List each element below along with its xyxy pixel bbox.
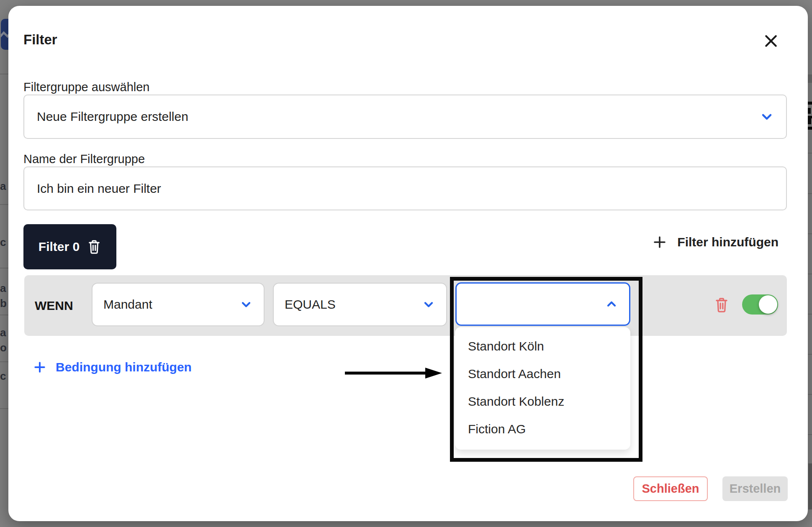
menu-item[interactable]: Standort Köln	[455, 333, 630, 360]
condition-prefix: WENN	[35, 275, 73, 336]
toggle-knob	[759, 295, 777, 314]
add-condition-button[interactable]: Bedingung hinzufügen	[33, 358, 192, 376]
delete-condition-button[interactable]	[712, 295, 731, 315]
occluded-text-fragment: ct	[0, 370, 6, 382]
operator-dropdown-value: EQUALS	[285, 284, 336, 325]
filter-group-select-label: Filtergruppe auswählen	[23, 80, 149, 94]
app-logo-fragment	[1, 19, 9, 50]
modal-title: Filter	[23, 32, 57, 48]
trash-icon	[714, 297, 729, 313]
menu-item[interactable]: Standort Aachen	[455, 360, 630, 388]
close-button[interactable]	[761, 31, 781, 51]
operator-dropdown[interactable]: EQUALS	[273, 283, 447, 326]
menu-item[interactable]: Fiction AG	[455, 415, 630, 443]
close-modal-button[interactable]: Schließen	[633, 476, 708, 501]
occluded-glyph-fragment	[808, 118, 811, 124]
condition-row: WENN Mandant EQUALS	[24, 275, 787, 336]
value-dropdown-menu: Standort Köln Standort Aachen Standort K…	[455, 327, 630, 450]
value-dropdown-open[interactable]	[455, 282, 630, 326]
occluded-text-fragment: a	[0, 180, 6, 192]
condition-enabled-toggle[interactable]	[742, 294, 778, 315]
filter-group-name-input[interactable]: Ich bin ein neuer Filter	[23, 166, 787, 210]
filter-group-select[interactable]: Neue Filtergruppe erstellen	[23, 95, 787, 139]
filter-group-name-label: Name der Filtergruppe	[23, 152, 145, 166]
filter-group-select-value: Neue Filtergruppe erstellen	[37, 95, 188, 138]
filter-tab-label: Filter 0	[39, 240, 80, 254]
filter-modal: Filter Filtergruppe auswählen Neue Filte…	[8, 6, 808, 521]
close-icon	[763, 33, 779, 49]
filter-tab-button[interactable]: Filter 0	[23, 224, 116, 269]
logo-mountain-icon	[1, 31, 9, 38]
plus-icon	[33, 361, 46, 374]
screen: a ct a b a o ct Filter Filtergruppe ausw…	[0, 0, 812, 527]
field-dropdown[interactable]: Mandant	[92, 283, 265, 326]
occluded-text-fragment: b	[0, 297, 6, 310]
add-filter-button[interactable]: Filter hinzufügen	[652, 232, 779, 253]
occluded-glyph-fragment	[808, 108, 811, 114]
chevron-down-icon	[239, 298, 253, 311]
annotation-arrow-icon	[343, 361, 444, 385]
filter-group-name-value: Ich bin ein neuer Filter	[37, 167, 161, 210]
plus-icon	[652, 235, 667, 250]
create-button[interactable]: Erstellen	[722, 476, 788, 501]
menu-item[interactable]: Standort Koblenz	[455, 388, 630, 415]
occluded-text-fragment: o	[0, 341, 6, 354]
trash-icon	[87, 239, 101, 255]
occluded-text-fragment: ct	[0, 236, 6, 248]
add-condition-label: Bedingung hinzufügen	[56, 360, 192, 374]
occluded-text-fragment: a	[0, 326, 6, 339]
field-dropdown-value: Mandant	[103, 284, 152, 325]
add-filter-label: Filter hinzufügen	[677, 235, 779, 249]
chevron-down-icon	[422, 298, 435, 311]
chevron-down-icon	[759, 109, 774, 124]
chevron-up-icon	[605, 297, 618, 311]
occluded-text-fragment: a	[0, 282, 6, 294]
